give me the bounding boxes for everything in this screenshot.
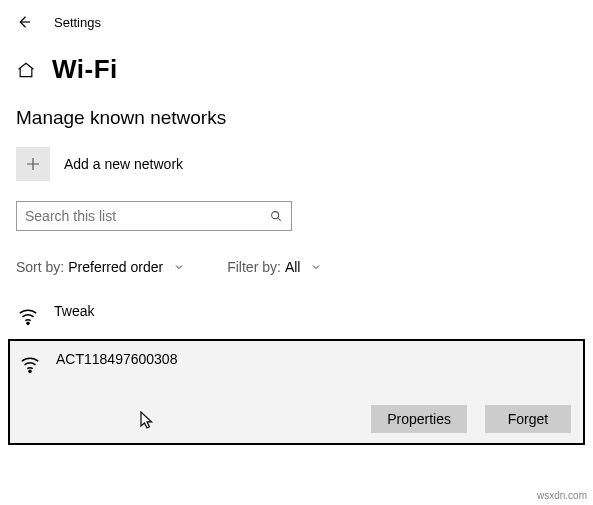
wifi-icon bbox=[18, 353, 46, 375]
forget-button[interactable]: Forget bbox=[485, 405, 571, 433]
filter-value: All bbox=[285, 259, 301, 275]
settings-label: Settings bbox=[54, 15, 101, 30]
properties-button[interactable]: Properties bbox=[371, 405, 467, 433]
svg-point-2 bbox=[29, 370, 31, 372]
sort-value: Preferred order bbox=[68, 259, 163, 275]
svg-point-1 bbox=[27, 322, 29, 324]
back-button[interactable] bbox=[14, 12, 34, 32]
network-item-selected[interactable]: ACT118497600308 Properties Forget bbox=[8, 339, 585, 445]
watermark: wsxdn.com bbox=[537, 490, 587, 501]
filter-dropdown[interactable]: Filter by: All bbox=[227, 259, 322, 275]
chevron-down-icon bbox=[173, 261, 185, 273]
network-name: Tweak bbox=[54, 301, 94, 319]
add-network-button[interactable]: Add a new network bbox=[0, 147, 593, 201]
back-arrow-icon bbox=[15, 13, 33, 31]
search-icon[interactable] bbox=[261, 209, 291, 223]
sort-label: Sort by: bbox=[16, 259, 64, 275]
network-name: ACT118497600308 bbox=[56, 349, 177, 367]
page-title: Wi-Fi bbox=[52, 54, 118, 85]
svg-point-0 bbox=[272, 212, 279, 219]
chevron-down-icon bbox=[310, 261, 322, 273]
home-icon[interactable] bbox=[16, 60, 36, 80]
search-box[interactable] bbox=[16, 201, 292, 231]
network-item[interactable]: Tweak bbox=[0, 299, 593, 339]
plus-icon bbox=[16, 147, 50, 181]
sort-dropdown[interactable]: Sort by: Preferred order bbox=[16, 259, 185, 275]
wifi-icon bbox=[16, 305, 44, 327]
search-input[interactable] bbox=[17, 204, 261, 228]
section-title: Manage known networks bbox=[0, 107, 593, 147]
filter-label: Filter by: bbox=[227, 259, 281, 275]
add-network-label: Add a new network bbox=[64, 156, 183, 172]
